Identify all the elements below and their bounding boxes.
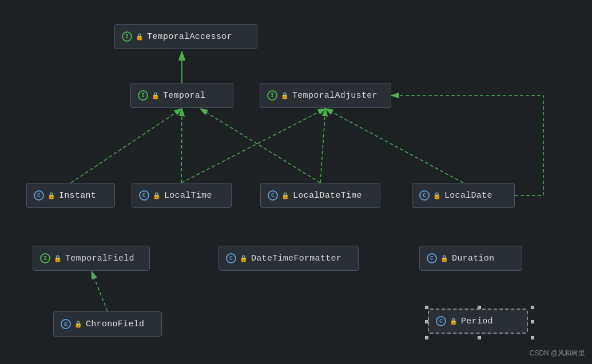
selection-handle-tl	[425, 306, 428, 309]
selection-handle-mr	[531, 320, 534, 323]
lock-icon-temporal-accessor: 🔒	[136, 33, 144, 41]
lock-icon-local-date-time: 🔒	[281, 192, 289, 199]
svg-line-7	[325, 109, 463, 183]
label-local-date-time: LocalDateTime	[293, 191, 362, 201]
enum-icon-chrono-field: E	[61, 319, 71, 329]
lock-icon-local-time: 🔒	[153, 192, 161, 199]
svg-line-4	[181, 109, 182, 183]
node-local-time[interactable]: C 🔒 LocalTime	[132, 183, 232, 208]
class-icon-date-time-formatter: C	[226, 253, 236, 263]
selection-handle-bm	[478, 336, 481, 339]
lock-icon-period: 🔒	[450, 318, 458, 325]
label-instant: Instant	[59, 191, 96, 201]
label-local-date: LocalDate	[444, 191, 492, 201]
label-period: Period	[461, 317, 493, 326]
selection-handle-tm	[478, 306, 481, 309]
node-chrono-field[interactable]: E 🔒 ChronoField	[53, 311, 162, 337]
node-local-date-time[interactable]: C 🔒 LocalDateTime	[260, 183, 380, 208]
lock-icon-temporal-adjuster: 🔒	[281, 92, 289, 99]
interface-icon-temporal-adjuster: I	[267, 90, 277, 101]
lock-icon-temporal-field: 🔒	[54, 255, 62, 262]
lock-icon-instant: 🔒	[47, 192, 55, 199]
node-instant[interactable]: C 🔒 Instant	[26, 183, 115, 208]
label-date-time-formatter: DateTimeFormatter	[251, 254, 341, 263]
class-icon-instant: C	[34, 190, 44, 201]
label-local-time: LocalTime	[164, 191, 212, 201]
label-duration: Duration	[452, 254, 494, 263]
lock-icon-local-date: 🔒	[433, 192, 441, 199]
svg-line-6	[320, 109, 325, 183]
watermark: CSDN @风和树里	[529, 349, 585, 358]
selection-handle-tr	[531, 306, 534, 309]
node-temporal-field[interactable]: I 🔒 TemporalField	[33, 246, 150, 271]
node-temporal[interactable]: I 🔒 Temporal	[130, 83, 233, 108]
node-temporal-adjuster[interactable]: I 🔒 TemporalAdjuster	[260, 83, 391, 108]
lock-icon-date-time-formatter: 🔒	[240, 255, 248, 262]
node-duration[interactable]: C 🔒 Duration	[419, 246, 522, 271]
lock-icon-duration: 🔒	[440, 255, 448, 262]
svg-line-3	[71, 109, 182, 183]
label-temporal-adjuster: TemporalAdjuster	[292, 91, 378, 101]
svg-line-9	[92, 271, 108, 311]
class-icon-period: C	[436, 316, 446, 326]
selection-handle-bl	[425, 336, 428, 339]
class-icon-local-date: C	[419, 190, 430, 201]
diagram-container: I 🔒 TemporalAccessor I 🔒 Temporal I 🔒 Te…	[0, 0, 592, 364]
svg-line-8	[181, 109, 325, 183]
interface-icon-temporal: I	[138, 90, 148, 101]
class-icon-local-time: C	[139, 190, 149, 201]
interface-icon-temporal-accessor: I	[122, 31, 132, 42]
selection-handle-br	[531, 336, 534, 339]
interface-icon-temporal-field: I	[40, 253, 50, 263]
selection-handle-ml	[425, 320, 428, 323]
label-temporal-field: TemporalField	[65, 254, 134, 263]
node-date-time-formatter[interactable]: C 🔒 DateTimeFormatter	[218, 246, 359, 271]
svg-line-5	[200, 109, 320, 183]
label-temporal: Temporal	[163, 91, 205, 101]
lock-icon-chrono-field: 🔒	[74, 321, 82, 328]
node-local-date[interactable]: C 🔒 LocalDate	[412, 183, 515, 208]
lock-icon-temporal: 🔒	[152, 92, 160, 99]
label-temporal-accessor: TemporalAccessor	[147, 32, 232, 42]
class-icon-duration: C	[427, 253, 437, 263]
label-chrono-field: ChronoField	[86, 319, 144, 329]
node-period[interactable]: C 🔒 Period	[428, 309, 528, 334]
node-temporal-accessor[interactable]: I 🔒 TemporalAccessor	[114, 24, 257, 49]
class-icon-local-date-time: C	[268, 190, 278, 201]
